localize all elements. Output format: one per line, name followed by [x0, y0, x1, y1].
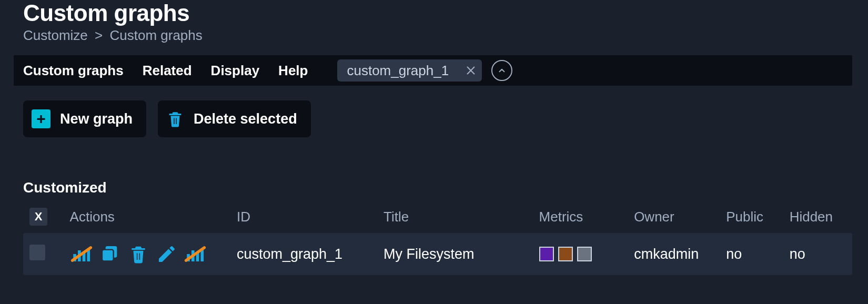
custom-graphs-table: X Actions ID Title Metrics Owner Public …	[23, 202, 852, 275]
menu-custom-graphs[interactable]: Custom graphs	[23, 63, 124, 79]
metric-swatch[interactable]	[558, 247, 573, 261]
collapse-toggle-icon[interactable]	[491, 60, 512, 81]
plus-icon: +	[32, 109, 51, 128]
column-title[interactable]: Title	[377, 202, 533, 233]
search-box[interactable]: custom_graph_1	[337, 59, 482, 82]
column-owner[interactable]: Owner	[628, 202, 720, 233]
new-graph-button[interactable]: + New graph	[23, 100, 146, 137]
column-hidden[interactable]: Hidden	[783, 202, 852, 233]
clone-icon[interactable]	[98, 242, 122, 266]
delete-selected-button[interactable]: Delete selected	[158, 100, 311, 137]
search-input[interactable]: custom_graph_1	[347, 63, 460, 79]
column-id[interactable]: ID	[230, 202, 377, 233]
table-row: custom_graph_1 My Filesystem cmkadmin no…	[23, 233, 852, 275]
trash-icon	[166, 109, 184, 129]
metric-swatches	[539, 247, 622, 261]
delete-row-icon[interactable]	[127, 242, 150, 266]
metric-swatch[interactable]	[539, 247, 554, 261]
page-title: Custom graphs	[23, 0, 852, 26]
column-actions[interactable]: Actions	[64, 202, 230, 233]
menubar: Custom graphs Related Display Help custo…	[14, 55, 852, 86]
clear-search-icon[interactable]	[465, 65, 477, 76]
row-checkbox[interactable]	[29, 245, 45, 260]
row-public: no	[720, 233, 783, 275]
row-id[interactable]: custom_graph_1	[230, 233, 377, 275]
row-owner: cmkadmin	[628, 233, 720, 275]
breadcrumb-separator: >	[95, 27, 103, 43]
menu-related[interactable]: Related	[143, 63, 192, 79]
metric-swatch[interactable]	[577, 247, 592, 261]
edit-icon[interactable]	[155, 242, 178, 266]
column-public[interactable]: Public	[720, 202, 783, 233]
new-graph-label: New graph	[60, 111, 133, 127]
section-title: Customized	[23, 179, 852, 196]
view-graph-icon[interactable]	[184, 242, 207, 266]
column-metrics[interactable]: Metrics	[533, 202, 628, 233]
breadcrumb-item[interactable]: Customize	[23, 27, 88, 43]
row-title[interactable]: My Filesystem	[377, 233, 533, 275]
menu-help[interactable]: Help	[278, 63, 308, 79]
select-all-toggle[interactable]: X	[29, 208, 47, 226]
graph-designer-icon[interactable]	[70, 242, 93, 266]
breadcrumb: Customize > Custom graphs	[23, 27, 852, 44]
breadcrumb-item[interactable]: Custom graphs	[109, 27, 202, 43]
menu-display[interactable]: Display	[211, 63, 260, 79]
row-hidden: no	[783, 233, 852, 275]
svg-rect-7	[102, 250, 114, 261]
delete-selected-label: Delete selected	[194, 111, 297, 127]
row-actions	[70, 242, 224, 266]
